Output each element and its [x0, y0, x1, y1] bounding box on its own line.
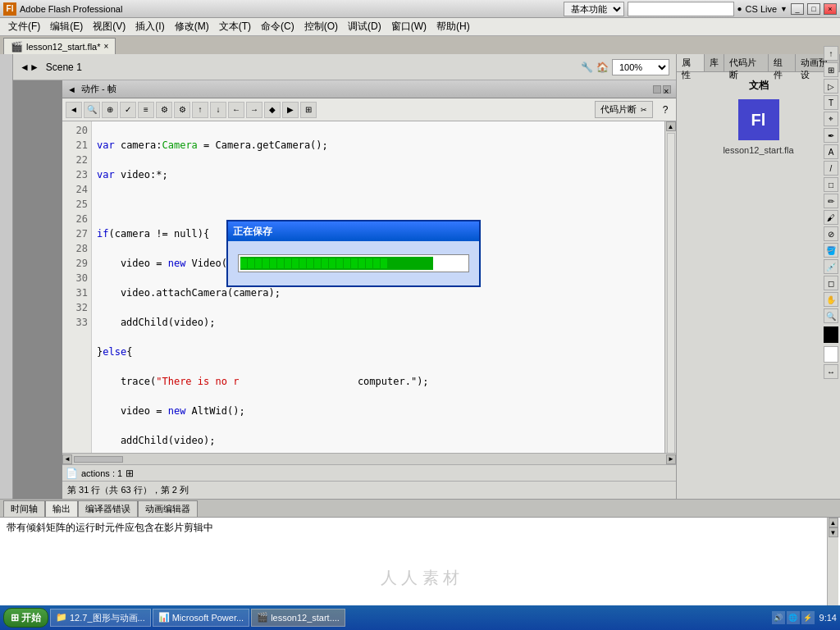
code-horizontal-scrollbar[interactable]: ◄ ► — [62, 453, 676, 464]
maximize-button[interactable]: □ — [807, 3, 820, 15]
color-fill[interactable] — [824, 346, 838, 363]
tool-arrow[interactable]: ↑ — [824, 54, 838, 61]
line-num-27: 27 — [66, 226, 88, 241]
code-tool-left[interactable]: ← — [228, 102, 244, 118]
menu-text[interactable]: 文本(T) — [214, 18, 256, 35]
ps7 — [285, 258, 291, 268]
tray-network-icon[interactable]: 🌐 — [787, 611, 800, 624]
scroll-left-button[interactable]: ◄ — [62, 454, 72, 464]
code-snippets-button[interactable]: 代码片断 ✂ — [595, 101, 653, 118]
line-num-25: 25 — [66, 197, 88, 212]
tool-lasso[interactable]: ⌖ — [824, 112, 838, 126]
menu-edit[interactable]: 编辑(E) — [45, 18, 88, 35]
tool-bucket[interactable]: 🪣 — [824, 243, 838, 258]
code-panel-toggle[interactable]: ◄ — [67, 84, 76, 94]
code-content[interactable]: 20 21 22 23 24 25 26 27 28 29 30 — [62, 121, 676, 453]
code-lines: 20 21 22 23 24 25 26 27 28 29 30 — [62, 121, 676, 453]
menu-view[interactable]: 视图(V) — [88, 18, 130, 35]
code-tool-up[interactable]: ↑ — [192, 102, 208, 118]
code-status-bar: 第 31 行（共 63 行），第 2 列 — [62, 481, 676, 499]
zoom-selector[interactable]: 25%50%75%100%150%200% — [612, 59, 669, 75]
line-num-22: 22 — [66, 153, 88, 167]
taskbar-item-flash[interactable]: 🎬 lesson12_start.... — [251, 609, 345, 627]
right-tab-snippets[interactable]: 代码片断 — [724, 54, 769, 71]
tray-power-icon[interactable]: ⚡ — [801, 611, 815, 624]
tool-text[interactable]: A — [824, 144, 838, 159]
code-tool-back[interactable]: ◄ — [66, 102, 82, 118]
menu-command[interactable]: 命令(C) — [256, 18, 299, 35]
tool-line[interactable]: / — [824, 161, 838, 176]
tool-eraser[interactable]: ◻ — [824, 276, 838, 290]
saving-dialog: 正在保存 — [226, 220, 481, 287]
search-input[interactable] — [628, 2, 734, 16]
menu-insert[interactable]: 插入(I) — [130, 18, 169, 35]
code-tool-debug1[interactable]: ⚙ — [156, 102, 172, 118]
bottom-scroll-up[interactable]: ▲ — [829, 518, 838, 527]
bottom-tab-timeline[interactable]: 时间轴 — [3, 500, 45, 517]
tool-select[interactable]: ⊞ — [824, 62, 838, 77]
start-button[interactable]: ⊞ 开始 — [3, 608, 48, 628]
code-help-button[interactable]: ? — [658, 103, 673, 117]
file-tab[interactable]: 🎬 lesson12_start.fla* × — [3, 38, 116, 54]
right-tab-library[interactable]: 库 — [705, 54, 724, 71]
code-title-bar: ◄ 动作 - 帧 × — [62, 80, 676, 98]
color-stroke[interactable] — [824, 326, 838, 343]
bottom-scroll-down[interactable]: ▼ — [829, 527, 838, 537]
menu-file[interactable]: 文件(F) — [3, 18, 45, 35]
code-text[interactable]: var camera:Camera = Camera.getCamera(); … — [92, 121, 664, 453]
tool-inkbottle[interactable]: ⊘ — [824, 226, 838, 241]
scroll-up-button[interactable]: ▲ — [666, 121, 676, 131]
tool-subselect[interactable]: ▷ — [824, 79, 838, 94]
code-tool-down[interactable]: ↓ — [210, 102, 226, 118]
bottom-tab-motion[interactable]: 动画编辑器 — [138, 500, 198, 517]
line-num-30: 30 — [66, 271, 88, 285]
menu-debug[interactable]: 调试(D) — [343, 18, 386, 35]
top-controls: 基本功能 ● CS Live ▼ _ □ × — [564, 2, 838, 16]
tool-hand[interactable]: ✋ — [824, 292, 838, 307]
h-scroll-thumb[interactable] — [74, 456, 123, 463]
tab-close-button[interactable]: × — [104, 42, 109, 51]
line-num-21: 21 — [66, 138, 88, 153]
code-tool-comment[interactable]: ◆ — [264, 102, 281, 118]
bottom-tab-compiler[interactable]: 编译器错误 — [78, 500, 138, 517]
minimize-button[interactable]: _ — [791, 3, 804, 15]
dialog-body — [228, 241, 479, 285]
tool-3d[interactable]: T — [824, 95, 838, 110]
tray-sound-icon[interactable]: 🔊 — [772, 611, 785, 624]
scene-header: ◄► Scene 1 🔧 🏠 25%50%75%100%150%200% — [13, 54, 676, 80]
code-vertical-scrollbar[interactable]: ▲ ▼ — [664, 121, 676, 453]
code-tool-run[interactable]: ▶ — [282, 102, 299, 118]
code-tool-search[interactable]: 🔍 — [84, 102, 100, 118]
tool-pencil[interactable]: ✏ — [824, 194, 838, 208]
bottom-tab-output[interactable]: 输出 — [45, 500, 78, 517]
close-button[interactable]: × — [824, 3, 837, 15]
menu-help[interactable]: 帮助(H) — [431, 18, 475, 35]
code-line-20: var camera:Camera = Camera.getCamera(); — [97, 138, 660, 153]
right-tab-components[interactable]: 组件 — [769, 54, 797, 71]
tool-zoom[interactable]: 🔍 — [824, 308, 838, 323]
tool-swap-colors[interactable]: ↔ — [824, 364, 838, 379]
code-panel-close[interactable]: × — [663, 85, 671, 94]
taskbar-item-powerpoint[interactable]: 📊 Microsoft Power... — [153, 609, 249, 627]
code-line-29: video = new AltWid(); — [97, 404, 660, 418]
code-tool-tools[interactable]: ⊞ — [300, 102, 317, 118]
tool-brush[interactable]: 🖌 — [824, 210, 838, 225]
code-tool-right[interactable]: → — [246, 102, 262, 118]
menu-control[interactable]: 控制(O) — [299, 18, 343, 35]
tool-eyedropper[interactable]: 💉 — [824, 259, 838, 274]
code-panel-minimize[interactable] — [653, 85, 661, 94]
scroll-thumb[interactable] — [667, 133, 675, 453]
scroll-right-button[interactable]: ► — [666, 454, 676, 464]
taskbar-item-folder[interactable]: 📁 12.7_图形与动画... — [50, 609, 151, 627]
function-dropdown[interactable]: 基本功能 — [564, 2, 624, 16]
code-tool-format[interactable]: ≡ — [138, 102, 154, 118]
code-tool-add[interactable]: ⊕ — [102, 102, 118, 118]
code-tool-debug2[interactable]: ⚙ — [174, 102, 190, 118]
menu-window[interactable]: 窗口(W) — [386, 18, 431, 35]
tool-pen[interactable]: ✒ — [824, 128, 838, 143]
right-tab-properties[interactable]: 属性 — [677, 54, 705, 71]
ps5 — [270, 258, 276, 268]
tool-rect[interactable]: □ — [824, 177, 838, 192]
menu-modify[interactable]: 修改(M) — [170, 18, 214, 35]
code-tool-check[interactable]: ✓ — [120, 102, 136, 118]
